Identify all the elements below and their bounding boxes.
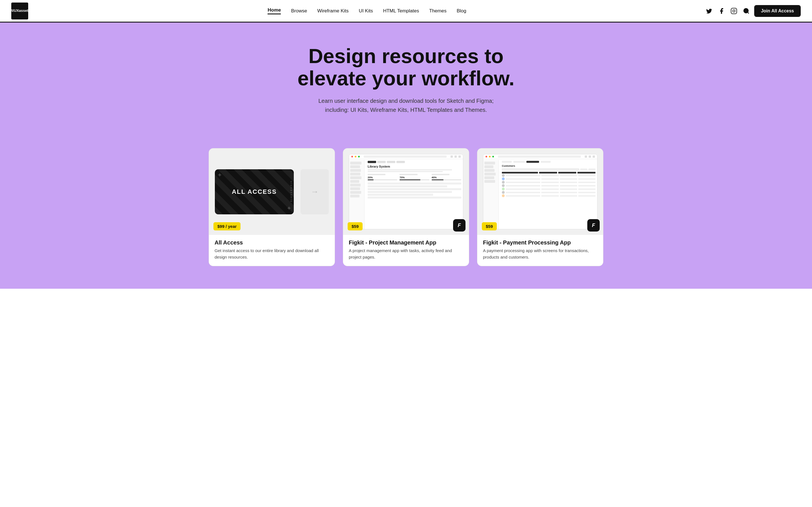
all-access-white-card: → xyxy=(301,169,329,214)
twitter-icon[interactable] xyxy=(706,8,712,14)
tasks-stat: 20% xyxy=(368,174,397,180)
project-mock: Library System 20% xyxy=(349,154,463,229)
instagram-icon[interactable] xyxy=(730,8,737,14)
payment-table-title: Customers xyxy=(502,165,596,167)
all-access-label: ALL ACCESS xyxy=(232,188,276,195)
project-mgmt-card[interactable]: Library System 20% xyxy=(343,148,469,266)
all-access-info: All Access Get instant access to our ent… xyxy=(209,235,335,266)
all-access-price: $99 / year xyxy=(213,222,241,230)
payment-table-head xyxy=(502,172,596,173)
nav-themes[interactable]: Themes xyxy=(429,8,446,14)
payment-desc: A payment processing app with screens fo… xyxy=(483,247,598,260)
hero-subtitle: Learn user interface design and download… xyxy=(310,96,502,114)
svg-line-4 xyxy=(748,12,749,13)
nav-links: Home Browse Wireframe Kits UI Kits HTML … xyxy=(267,7,466,14)
nav-browse[interactable]: Browse xyxy=(291,8,307,14)
social-icons xyxy=(706,8,750,14)
all-access-image: ✦ ALL ACCESS uiuxassets ✦ → $99 / year xyxy=(209,149,335,235)
all-access-card[interactable]: ✦ ALL ACCESS uiuxassets ✦ → $99 / year A… xyxy=(209,148,335,266)
navbar: UI/ UX assets Home Browse Wireframe Kits… xyxy=(0,0,812,22)
project-mgmt-image: Library System 20% xyxy=(343,149,469,235)
cards-grid: ✦ ALL ACCESS uiuxassets ✦ → $99 / year A… xyxy=(209,148,603,266)
mock-page-title: Library System xyxy=(368,165,461,168)
all-access-desc: Get instant access to our entire library… xyxy=(214,247,329,260)
all-access-dark-card: ✦ ALL ACCESS uiuxassets ✦ xyxy=(215,169,294,214)
join-button[interactable]: Join All Access xyxy=(754,5,801,17)
mock-header xyxy=(349,154,463,159)
arrow-icon: → xyxy=(311,187,319,196)
facebook-icon[interactable] xyxy=(718,8,725,14)
hero-title: Design resources to elevate your workflo… xyxy=(279,45,533,90)
project-desc: A project management app with tasks, act… xyxy=(349,247,463,260)
figma-badge-project: F xyxy=(453,219,465,231)
project-title: Figkit - Project Management App xyxy=(349,239,463,246)
payment-mock-main: Customers xyxy=(500,159,597,200)
nav-blog[interactable]: Blog xyxy=(457,8,466,14)
all-access-title: All Access xyxy=(214,239,329,246)
nav-home[interactable]: Home xyxy=(267,7,281,14)
project-info: Figkit - Project Management App A projec… xyxy=(343,235,469,266)
nav-wireframe-kits[interactable]: Wireframe Kits xyxy=(317,8,349,14)
payment-image: Customers xyxy=(477,149,603,235)
project-price: $59 xyxy=(348,222,363,230)
svg-point-3 xyxy=(744,8,748,13)
svg-point-1 xyxy=(733,10,735,12)
corner-br-icon: ✦ xyxy=(287,205,292,212)
mock-tabs xyxy=(368,161,461,163)
svg-rect-0 xyxy=(731,8,737,14)
payment-mock-sidebar xyxy=(483,160,499,229)
svg-point-2 xyxy=(735,9,735,10)
payment-table-rows xyxy=(502,174,596,197)
payment-mock: Customers xyxy=(483,154,598,229)
mock-main: Library System 20% xyxy=(366,159,463,201)
mock-sidebar xyxy=(349,160,364,229)
mock-stats: 20% 70% 40% xyxy=(368,174,461,180)
hero-section: Design resources to elevate your workflo… xyxy=(0,22,812,148)
figma-badge-payment: F xyxy=(587,219,600,231)
budget-stat: 70% xyxy=(400,174,429,180)
payment-mock-header xyxy=(483,154,597,159)
nav-ui-kits[interactable]: UI Kits xyxy=(359,8,373,14)
payment-info: Figkit - Payment Processing App A paymen… xyxy=(477,235,603,266)
mock-rows xyxy=(368,182,461,199)
cards-section: ✦ ALL ACCESS uiuxassets ✦ → $99 / year A… xyxy=(0,148,812,289)
nav-html-templates[interactable]: HTML Templates xyxy=(383,8,419,14)
corner-tl-icon: ✦ xyxy=(217,172,222,179)
search-icon[interactable] xyxy=(743,8,750,14)
deadline-stat: 40% xyxy=(432,174,461,180)
payment-title: Figkit - Payment Processing App xyxy=(483,239,598,246)
brand-watermark: uiuxassets xyxy=(290,181,293,203)
payment-price: $59 xyxy=(482,222,497,230)
payment-card[interactable]: Customers xyxy=(477,148,603,266)
logo[interactable]: UI/ UX assets xyxy=(11,3,28,19)
